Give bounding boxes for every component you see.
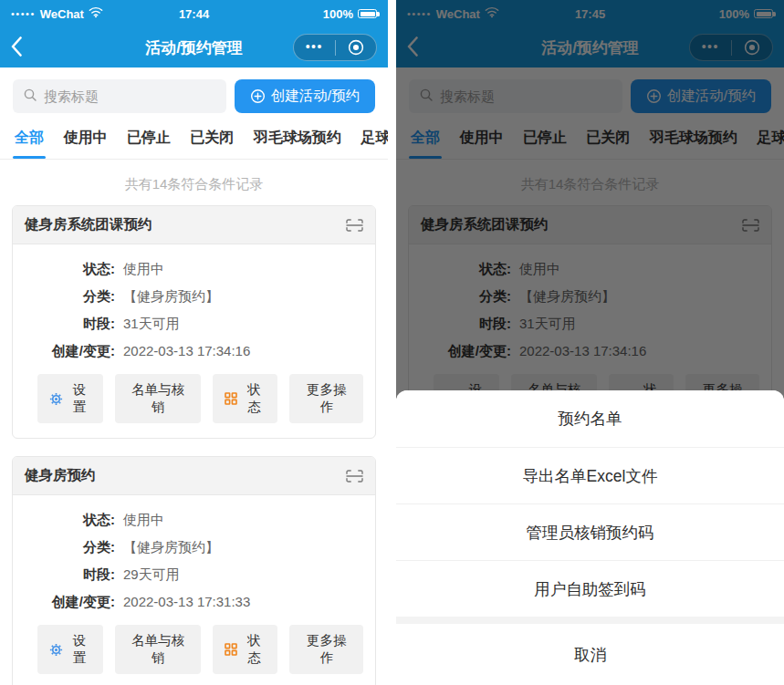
grid-icon	[225, 392, 237, 405]
action-sheet: 预约名单 导出名单Excel文件 管理员核销预约码 用户自助签到码 取消	[396, 390, 784, 685]
scan-icon[interactable]	[346, 470, 363, 483]
field-status: 状态:使用中	[25, 261, 363, 278]
field-status: 状态:使用中	[25, 512, 363, 529]
sheet-cancel-button[interactable]: 取消	[396, 624, 784, 685]
card-header: 健身房预约	[13, 457, 375, 495]
card-title: 健身房预约	[25, 466, 96, 485]
field-created: 创建/变更:2022-03-13 17:34:16	[25, 343, 363, 360]
phone-screen-left: ••••• WeChat 17:44 100% 活动/预约管理 •••	[0, 0, 388, 685]
tab-in-use[interactable]: 使用中	[63, 119, 107, 159]
search-row: 创建活动/预约	[13, 79, 375, 113]
status-button[interactable]: 状态	[213, 625, 277, 674]
search-icon	[23, 88, 37, 106]
status-bar: ••••• WeChat 17:44 100%	[0, 0, 388, 27]
ellipsis-icon: •••	[306, 40, 323, 56]
roster-button[interactable]: 名单与核销	[115, 374, 201, 423]
gear-icon	[49, 392, 63, 406]
card-header: 健身房系统团课预约	[13, 206, 375, 244]
search-box[interactable]	[13, 79, 226, 113]
reservation-card: 健身房预约 状态:使用中 分类:【健身房预约】 时段:29天可用 创建/变更:2…	[12, 456, 376, 685]
roster-button[interactable]: 名单与核销	[115, 625, 201, 674]
clock: 17:44	[179, 7, 209, 21]
sheet-item-admin-verify-code[interactable]: 管理员核销预约码	[396, 503, 784, 560]
status-button[interactable]: 状态	[213, 374, 277, 423]
tab-football[interactable]: 足球场预约	[361, 119, 388, 159]
tab-stopped[interactable]: 已停止	[127, 119, 171, 159]
grid-icon	[225, 643, 237, 656]
action-sheet-gap	[396, 617, 784, 624]
target-icon	[348, 39, 364, 56]
signal-dots-icon: •••••	[11, 8, 36, 19]
phone-screen-right: ••••• WeChat 17:45 100% 活动/预约管理 •••	[396, 0, 784, 685]
carrier-label: WeChat	[40, 7, 84, 21]
field-created: 创建/变更:2022-03-13 17:31:33	[25, 594, 363, 611]
scan-icon[interactable]	[346, 219, 363, 232]
card-title: 健身房系统团课预约	[25, 215, 152, 234]
settings-button[interactable]: 设置	[37, 625, 103, 674]
field-period: 时段:29天可用	[25, 566, 363, 584]
wifi-icon	[89, 6, 103, 21]
tab-closed[interactable]: 已关闭	[190, 119, 234, 159]
wechat-capsule: •••	[293, 34, 377, 61]
battery-icon	[358, 9, 377, 18]
create-reservation-button[interactable]: 创建活动/预约	[235, 79, 375, 113]
field-period: 时段:31天可用	[25, 316, 363, 333]
sheet-item-export-excel[interactable]: 导出名单Excel文件	[396, 447, 784, 503]
more-actions-button[interactable]: 更多操作	[289, 374, 363, 423]
plus-circle-icon	[250, 88, 266, 104]
settings-button[interactable]: 设置	[37, 374, 103, 423]
tab-all[interactable]: 全部	[15, 119, 44, 159]
mini-program-home-button[interactable]	[336, 35, 377, 60]
search-input[interactable]	[44, 88, 216, 104]
filter-tabs: 全部 使用中 已停止 已关闭 羽毛球场预约 足球场预约	[0, 119, 388, 160]
nav-bar: 活动/预约管理 •••	[0, 27, 388, 67]
tab-badminton[interactable]: 羽毛球场预约	[254, 119, 341, 159]
battery-percent: 100%	[323, 7, 353, 21]
field-category: 分类:【健身房预约】	[25, 288, 363, 306]
sheet-item-reservation-list[interactable]: 预约名单	[396, 390, 784, 447]
more-menu-button[interactable]: •••	[294, 35, 335, 60]
more-actions-button[interactable]: 更多操作	[289, 625, 363, 674]
gear-icon	[49, 643, 63, 657]
sheet-item-self-checkin-code[interactable]: 用户自助签到码	[396, 560, 784, 617]
dual-screenshot: ••••• WeChat 17:44 100% 活动/预约管理 •••	[0, 0, 784, 685]
field-category: 分类:【健身房预约】	[25, 539, 363, 556]
result-count: 共有14条符合条件记录	[0, 176, 388, 193]
reservation-card: 健身房系统团课预约 状态:使用中 分类:【健身房预约】 时段:31天可用 创建/…	[12, 205, 376, 439]
